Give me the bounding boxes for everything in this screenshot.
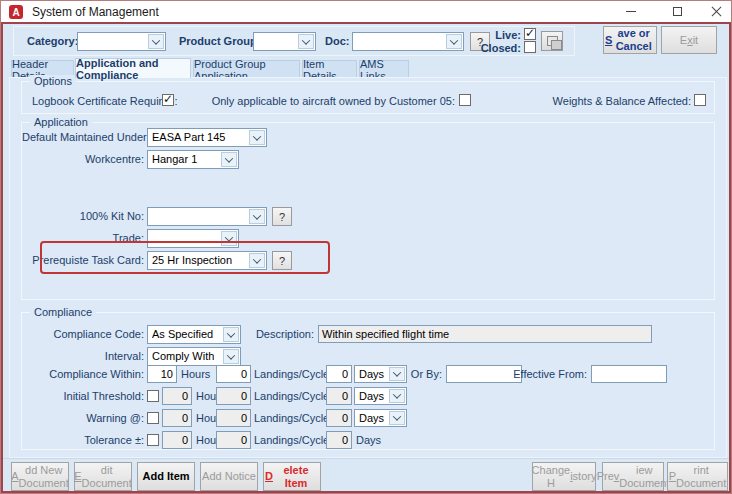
workcentre-label: Workcentre: — [22, 153, 144, 165]
minimize-button[interactable] — [613, 1, 649, 22]
kit-no-label: 100% Kit No: — [22, 210, 144, 222]
customer-05-label: Only applicable to aircraft owned by Cus… — [172, 95, 455, 107]
add-notice-button[interactable]: Add Notice — [200, 462, 258, 491]
workcentre-combobox[interactable]: Hangar 1 — [147, 150, 239, 169]
tab-product-group-application[interactable]: Product Group Application — [193, 60, 300, 78]
chevron-down-icon[interactable] — [389, 411, 405, 425]
app-logo-letter: A — [12, 7, 19, 18]
workcentre-value: Hangar 1 — [152, 153, 220, 165]
chevron-down-icon[interactable] — [249, 209, 265, 224]
exit-button[interactable]: Exit — [661, 26, 717, 54]
product-group-label: Product Group: — [179, 35, 260, 47]
tab-application-and-compliance[interactable]: Application and Compliance — [75, 58, 191, 78]
options-group-title: Options — [30, 75, 76, 87]
close-button[interactable] — [701, 1, 732, 22]
warning-at-days-combobox[interactable]: Days — [354, 409, 407, 427]
application-group: Application Default Maintained Under: EA… — [21, 122, 715, 300]
category-combobox[interactable] — [77, 32, 166, 51]
initial-threshold-landings-field[interactable]: 0 — [216, 387, 251, 405]
document-lookup-button[interactable] — [541, 31, 563, 51]
default-maintained-under-combobox[interactable]: EASA Part 145 — [147, 128, 267, 147]
days-unit-value: Days — [359, 390, 388, 402]
change-history-button[interactable]: Change History — [532, 462, 596, 491]
interval-value: Comply With — [152, 350, 222, 362]
tolerance-days-field[interactable]: 0 — [326, 431, 352, 449]
tolerance-checkbox[interactable] — [147, 434, 159, 446]
tolerance-landings-field[interactable]: 0 — [216, 431, 251, 449]
live-checkbox[interactable] — [524, 28, 536, 40]
warning-at-landings-field[interactable]: 0 — [216, 409, 251, 427]
minimize-icon — [626, 11, 636, 12]
interval-combobox[interactable]: Comply With — [147, 347, 241, 366]
closed-label: Closed: — [475, 42, 521, 54]
doc-label: Doc: — [325, 35, 349, 47]
live-label: Live: — [483, 29, 521, 41]
maximize-button[interactable] — [659, 1, 695, 22]
customer-05-checkbox[interactable] — [459, 94, 471, 106]
chevron-down-icon[interactable] — [148, 34, 164, 49]
default-maintained-under-label: Default Maintained Under: — [22, 131, 144, 143]
landings-unit-label: Landings/Cycles — [254, 434, 335, 446]
compliance-within-hours-field[interactable]: 10 — [147, 365, 177, 383]
warning-at-label: Warning @: — [22, 412, 144, 424]
tab-item-details[interactable]: Item Details — [302, 60, 357, 78]
landings-unit-label: Landings/Cycles — [254, 368, 335, 380]
compliance-within-days-field[interactable]: 0 — [326, 365, 352, 383]
initial-threshold-checkbox[interactable] — [147, 390, 159, 402]
chevron-down-icon[interactable] — [298, 34, 314, 49]
doc-combobox[interactable] — [352, 32, 464, 51]
initial-threshold-label: Initial Threshold: — [22, 390, 144, 402]
edit-document-button[interactable]: Edit Document — [74, 462, 132, 491]
tab-ams-links[interactable]: AMS Links — [359, 60, 409, 78]
preview-document-button[interactable]: Preview Document — [602, 462, 664, 491]
weights-balance-checkbox[interactable] — [694, 94, 706, 106]
default-maintained-under-value: EASA Part 145 — [152, 131, 248, 143]
add-new-document-button[interactable]: Add New Document — [11, 462, 69, 491]
app-window: A System of Management Category: Product… — [0, 0, 732, 494]
logbook-certificate-label: Logbook Certificate Required: — [32, 95, 178, 107]
kit-no-help-button[interactable]: ? — [272, 207, 292, 226]
days-unit-value: Days — [359, 412, 388, 424]
effective-from-field[interactable] — [591, 365, 667, 383]
tolerance-hours-field[interactable]: 0 — [162, 431, 192, 449]
category-label: Category: — [27, 35, 78, 47]
title-bar: A System of Management — [1, 1, 731, 22]
chevron-down-icon[interactable] — [389, 389, 405, 403]
chevron-down-icon[interactable] — [249, 130, 265, 145]
print-document-button[interactable]: Print Document — [667, 462, 728, 491]
initial-threshold-days-combobox[interactable]: Days — [354, 387, 407, 405]
compliance-code-label: Compliance Code: — [22, 328, 144, 340]
product-group-combobox[interactable] — [253, 32, 316, 51]
compliance-group: Compliance Compliance Code: As Specified… — [21, 312, 715, 450]
chevron-down-icon[interactable] — [223, 349, 239, 364]
options-group: Options Logbook Certificate Required: On… — [21, 81, 715, 114]
description-field[interactable]: Within specified flight time — [318, 325, 652, 343]
compliance-group-title: Compliance — [30, 306, 96, 318]
add-item-button[interactable]: Add Item — [137, 462, 195, 491]
chevron-down-icon[interactable] — [446, 34, 462, 49]
initial-threshold-hours-field[interactable]: 0 — [162, 387, 192, 405]
delete-item-button[interactable]: Delete Item — [263, 462, 321, 491]
layered-window-icon — [547, 36, 558, 46]
landings-unit-label: Landings/Cycles — [254, 412, 335, 424]
kit-no-combobox[interactable] — [147, 207, 267, 226]
compliance-within-landings-field[interactable]: 0 — [216, 365, 251, 383]
annotation-highlight-box — [40, 241, 330, 274]
chevron-down-icon[interactable] — [221, 152, 237, 167]
closed-checkbox[interactable] — [524, 41, 536, 53]
warning-at-days-field[interactable]: 0 — [326, 409, 352, 427]
tab-strip: Header Details Application and Complianc… — [3, 58, 729, 78]
interval-label: Interval: — [22, 350, 144, 362]
application-group-title: Application — [30, 116, 92, 128]
initial-threshold-days-field[interactable]: 0 — [326, 387, 352, 405]
warning-at-hours-field[interactable]: 0 — [162, 409, 192, 427]
maximize-icon — [673, 7, 682, 16]
app-logo-icon: A — [9, 5, 23, 19]
compliance-within-label: Compliance Within: — [22, 368, 144, 380]
hours-unit-label: Hours — [181, 368, 210, 380]
description-label: Description: — [212, 328, 314, 340]
window-title: System of Management — [32, 5, 159, 19]
warning-at-checkbox[interactable] — [147, 412, 159, 424]
weights-balance-label: Weights & Balance Affected: — [482, 95, 691, 107]
save-or-cancel-button[interactable]: Save or Cancel — [603, 26, 657, 54]
